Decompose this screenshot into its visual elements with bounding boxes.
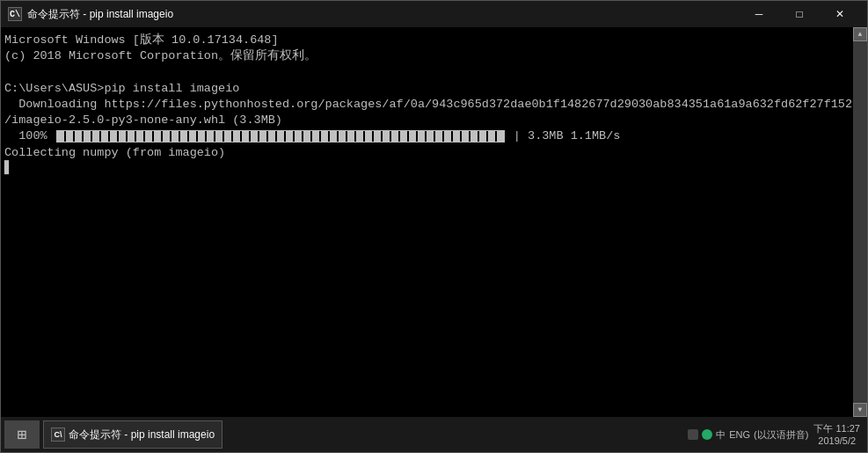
terminal-line-2: (c) 2018 Microsoft Corporation。保留所有权利。 xyxy=(4,48,864,64)
close-button[interactable]: ✕ xyxy=(820,1,860,27)
progress-info: | 3.3MB 1.1MB/s xyxy=(507,128,621,144)
tray-icon-1 xyxy=(688,429,698,440)
tray-language: 中 xyxy=(716,428,726,442)
tray-icons: 中 ENG (以汉语拼音) xyxy=(688,428,808,442)
minimize-button[interactable]: ─ xyxy=(739,1,779,27)
window-title: 命令提示符 - pip install imageio xyxy=(27,7,173,22)
tray-eng: ENG xyxy=(729,429,750,440)
scrollbar[interactable]: ▲ ▼ xyxy=(853,27,867,417)
title-bar-left: C\ 命令提示符 - pip install imageio xyxy=(8,7,173,22)
terminal-line-3 xyxy=(4,64,864,80)
terminal-line-collecting: Collecting numpy (from imageio) xyxy=(4,145,864,161)
terminal-line-1: Microsoft Windows [版本 10.0.17134.648] xyxy=(4,33,864,48)
scrollbar-thumb[interactable] xyxy=(853,41,867,403)
system-tray: 中 ENG (以汉语拼音) 下午 11:27 2019/5/2 xyxy=(688,422,864,448)
scrollbar-up[interactable]: ▲ xyxy=(853,27,867,41)
taskbar-app-item[interactable]: C\ 命令提示符 - pip install imageio xyxy=(43,420,222,449)
start-icon: ⊞ xyxy=(18,425,27,444)
window-controls: ─ □ ✕ xyxy=(739,1,860,27)
start-button[interactable]: ⊞ xyxy=(4,420,40,449)
taskbar-app-label: 命令提示符 - pip install imageio xyxy=(69,427,215,442)
title-bar: C\ 命令提示符 - pip install imageio ─ □ ✕ xyxy=(1,1,867,27)
tray-pinyin: (以汉语拼音) xyxy=(754,428,808,442)
terminal-cursor-line: ▋ xyxy=(4,161,864,177)
maximize-button[interactable]: □ xyxy=(779,1,820,27)
terminal-line-4: C:\Users\ASUS>pip install imageio xyxy=(4,81,864,97)
progress-bar xyxy=(56,130,505,142)
clock-time: 下午 11:27 xyxy=(813,422,860,435)
tray-clock[interactable]: 下午 11:27 2019/5/2 xyxy=(813,422,860,448)
terminal-line-6: /imageio-2.5.0-py3-none-any.whl (3.3MB) xyxy=(4,113,864,128)
terminal-output: Microsoft Windows [版本 10.0.17134.648] (c… xyxy=(1,27,867,417)
tray-icon-2 xyxy=(702,429,712,440)
app-icon: C\ xyxy=(8,7,22,21)
terminal-line-5: Downloading https://files.pythonhosted.o… xyxy=(4,97,864,113)
progress-label: 100% xyxy=(4,128,55,144)
scrollbar-down[interactable]: ▼ xyxy=(853,403,867,417)
app-icon-text: C\ xyxy=(10,10,20,19)
clock-date: 2019/5/2 xyxy=(813,435,860,447)
taskbar-app-icon: C\ xyxy=(51,427,65,442)
progress-container: 100% | 3.3MB 1.1MB/s xyxy=(4,128,864,144)
taskbar: ⊞ C\ 命令提示符 - pip install imageio 中 ENG (… xyxy=(1,417,867,452)
main-window: C\ 命令提示符 - pip install imageio ─ □ ✕ Mic… xyxy=(0,0,868,453)
